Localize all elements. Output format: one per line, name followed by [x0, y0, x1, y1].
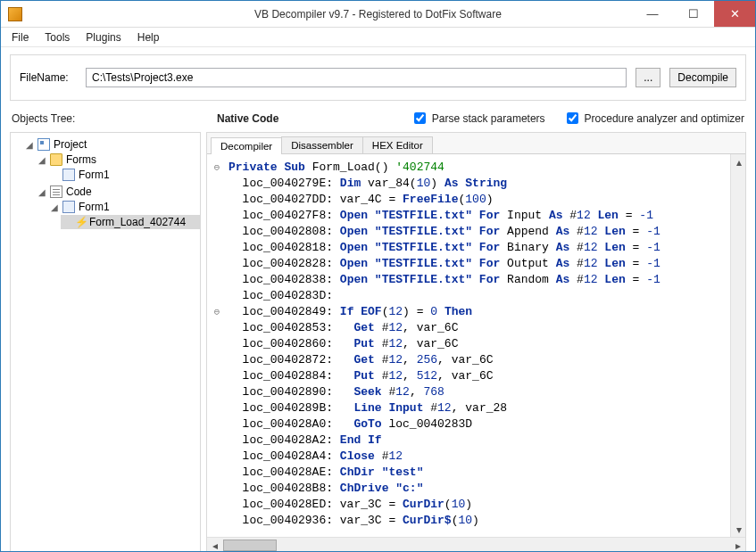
code-line: loc_004028A2: End If: [228, 433, 738, 449]
scroll-thumb[interactable]: [223, 540, 277, 551]
vertical-scrollbar[interactable]: ▴ ▾: [730, 154, 745, 537]
objects-tree-label: Objects Tree:: [12, 112, 199, 125]
filename-input[interactable]: [86, 68, 627, 87]
objects-tree[interactable]: ◢ Project ◢ Forms: [10, 132, 201, 552]
decompile-button[interactable]: Decompile: [669, 68, 736, 87]
code-line: loc_00402838: Open "TESTFILE.txt" For Ra…: [228, 272, 738, 288]
window-controls: — ☐ ✕: [632, 1, 755, 27]
main-area: ◢ Project ◢ Forms: [1, 132, 755, 552]
expand-icon[interactable]: ◢: [25, 140, 34, 150]
tree-label: Form1: [79, 169, 110, 181]
scroll-left-icon[interactable]: ◂: [207, 538, 222, 552]
form-icon: [62, 169, 75, 181]
tab-disassembler[interactable]: Disassembler: [281, 136, 363, 153]
menu-bar: File Tools Plugins Help: [1, 28, 755, 47]
menu-tools[interactable]: Tools: [37, 29, 77, 45]
tab-bar: Decompiler Disassembler HEX Editor: [207, 133, 745, 154]
browse-button[interactable]: ...: [636, 68, 660, 87]
tree-label: Forms: [66, 153, 96, 166]
right-pane: Decompiler Disassembler HEX Editor ⊖Priv…: [206, 132, 746, 552]
horizontal-scrollbar[interactable]: ◂ ▸: [207, 537, 745, 552]
tree-node-forms[interactable]: ◢ Forms: [36, 152, 200, 167]
proc-analyzer-checkbox[interactable]: Procedure analyzer and optimizer: [563, 110, 744, 127]
code-line: loc_00402890: Seek #12, 768: [228, 384, 738, 400]
tree-label: Form1: [79, 201, 110, 213]
app-icon: [8, 7, 22, 21]
scroll-down-icon[interactable]: ▾: [731, 522, 745, 537]
parse-stack-label: Parse stack parameters: [432, 112, 545, 125]
tree-node-form1-code[interactable]: ◢ Form1: [48, 200, 200, 214]
code-line: loc_004028AE: ChDir "test": [228, 465, 738, 481]
tab-decompiler[interactable]: Decompiler: [211, 137, 282, 154]
code-view[interactable]: ⊖Private Sub Form_Load() '402744 loc_004…: [207, 154, 745, 534]
expand-icon[interactable]: ◢: [50, 202, 59, 212]
minimize-button[interactable]: —: [632, 1, 673, 27]
code-line: loc_00402936: var_3C = CurDir$(10): [228, 513, 738, 529]
code-line: loc_0040279E: Dim var_84(10) As String: [228, 176, 738, 192]
tree-node-project[interactable]: ◢ Project: [23, 137, 200, 152]
tree-label: Form_Load_402744: [89, 216, 186, 228]
title-bar: VB Decompiler v9.7 - Registered to DotFi…: [1, 1, 755, 28]
expand-icon[interactable]: ◢: [37, 155, 46, 165]
folder-icon: [50, 153, 62, 166]
form-icon: [62, 201, 75, 213]
code-line: loc_004028ED: var_3C = CurDir(10): [228, 497, 738, 513]
menu-file[interactable]: File: [4, 29, 36, 45]
code-line: loc_00402860: Put #12, var_6C: [228, 336, 738, 352]
maximize-button[interactable]: ☐: [673, 1, 714, 27]
tree-node-code[interactable]: ◢ Code: [36, 185, 200, 199]
file-bar: FileName: ... Decompile: [10, 54, 746, 101]
scroll-right-icon[interactable]: ▸: [730, 538, 745, 552]
filename-label: FileName:: [20, 71, 77, 84]
code-line: loc_00402818: Open "TESTFILE.txt" For Bi…: [228, 240, 738, 256]
code-line: loc_0040289B: Line Input #12, var_28: [228, 400, 738, 416]
fold-icon[interactable]: ⊖: [211, 160, 223, 176]
parse-stack-checkbox[interactable]: Parse stack parameters: [411, 110, 545, 127]
code-line: loc_004028A0: GoTo loc_0040283D: [228, 416, 738, 433]
code-icon: [50, 185, 62, 198]
tree-node-formload[interactable]: ⚡ Form_Load_402744: [61, 215, 200, 229]
tab-hexeditor[interactable]: HEX Editor: [362, 136, 433, 153]
bolt-icon: ⚡: [75, 216, 86, 228]
code-line: loc_004028B8: ChDrive "c:": [228, 481, 738, 497]
menu-help[interactable]: Help: [130, 29, 167, 45]
code-line: loc_00402872: Get #12, 256, var_6C: [228, 352, 738, 368]
scroll-up-icon[interactable]: ▴: [731, 154, 745, 169]
tree-label: Project: [54, 138, 87, 151]
code-line: Private Sub Form_Load() '402744: [228, 160, 738, 176]
parse-stack-input[interactable]: [414, 112, 426, 124]
project-icon: [37, 138, 50, 151]
options-row: Objects Tree: Native Code Parse stack pa…: [1, 106, 755, 132]
code-line: loc_00402884: Put #12, 512, var_6C: [228, 368, 738, 384]
proc-analyzer-input[interactable]: [567, 112, 578, 124]
code-line: loc_00402849: If EOF(12) = 0 Then: [228, 304, 738, 320]
proc-analyzer-label: Procedure analyzer and optimizer: [585, 112, 744, 125]
code-line: loc_004028A4: Close #12: [228, 449, 738, 465]
code-line: loc_004027DD: var_4C = FreeFile(100): [228, 192, 738, 208]
code-line: loc_0040283D:: [228, 288, 738, 304]
fold-icon[interactable]: ⊖: [211, 304, 223, 320]
code-line: loc_00402808: Open "TESTFILE.txt" For Ap…: [228, 224, 738, 240]
code-line: loc_00402853: Get #12, var_6C: [228, 320, 738, 336]
code-line: loc_004027F8: Open "TESTFILE.txt" For In…: [228, 208, 738, 224]
tree-node-form1-forms[interactable]: Form1: [48, 168, 200, 182]
menu-plugins[interactable]: Plugins: [79, 29, 128, 45]
native-code-label: Native Code: [217, 112, 278, 125]
tree-label: Code: [66, 185, 92, 198]
expand-icon[interactable]: ◢: [37, 187, 46, 197]
code-line: loc_00402828: Open "TESTFILE.txt" For Ou…: [228, 256, 738, 272]
close-button[interactable]: ✕: [714, 1, 755, 27]
